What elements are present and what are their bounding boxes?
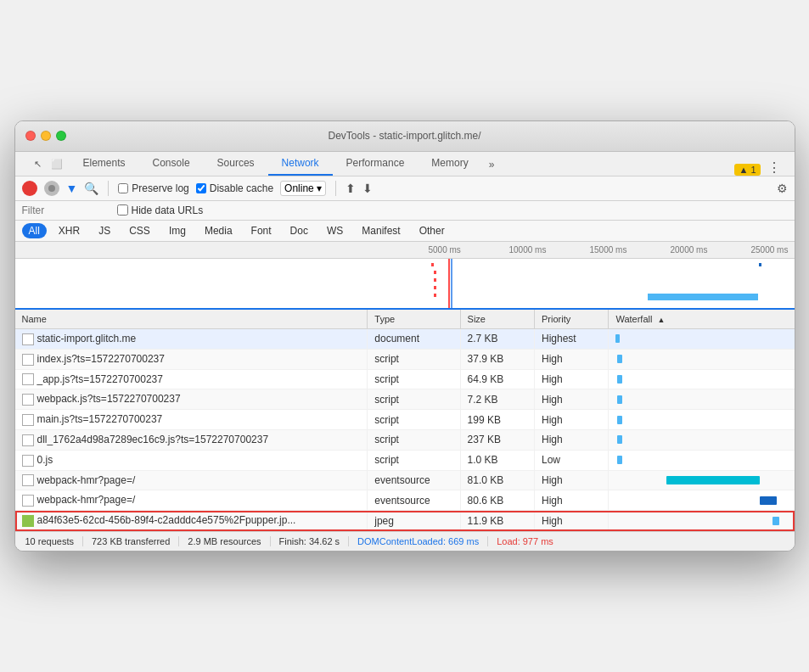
disable-cache-checkbox[interactable]: [196, 183, 206, 193]
table-row[interactable]: dll_1762a4d98a7289ec16c9.js?ts=157227070…: [15, 430, 795, 451]
table-row[interactable]: webpack-hmr?page=/eventsource80.6 KBHigh: [15, 490, 795, 511]
hide-data-urls-label[interactable]: Hide data URLs: [117, 204, 204, 216]
ruler-labels: 5000 ms 10000 ms 15000 ms 20000 ms 25000…: [429, 245, 795, 255]
table-row[interactable]: index.js?ts=1572270700237script37.9 KBHi…: [15, 349, 795, 369]
col-header-size[interactable]: Size: [460, 310, 534, 329]
file-icon: [22, 495, 34, 507]
tab-sources[interactable]: Sources: [204, 152, 268, 176]
chart-bar-5: [434, 294, 436, 297]
preserve-log-checkbox[interactable]: [118, 183, 128, 193]
cell-priority: High: [534, 511, 608, 531]
cell-name: webpack-hmr?page=/: [15, 490, 368, 511]
close-button[interactable]: [25, 131, 36, 141]
cell-priority: Highest: [534, 328, 608, 349]
file-icon: [22, 354, 34, 366]
file-icon: [22, 455, 34, 467]
file-icon: [22, 414, 34, 426]
cell-name: _app.js?ts=1572270700237: [15, 369, 368, 389]
type-btn-ws[interactable]: WS: [320, 223, 350, 238]
row-name-text: webpack.js?ts=1572270700237: [37, 393, 181, 405]
ruler-5000: 5000 ms: [429, 245, 509, 255]
table-row[interactable]: webpack.js?ts=1572270700237script7.2 KBH…: [15, 389, 795, 410]
throttle-select[interactable]: Online ▾: [280, 181, 326, 196]
row-name-text: 0.js: [37, 454, 53, 466]
cell-type: eventsource: [368, 470, 460, 490]
tab-console[interactable]: Console: [139, 152, 204, 176]
window-title: DevTools - static-import.glitch.me/: [328, 130, 480, 142]
transferred-size: 723 KB transferred: [83, 536, 179, 546]
more-tabs-button[interactable]: »: [482, 154, 502, 176]
chart-bar-eventsource: [648, 294, 758, 300]
tab-network[interactable]: Network: [268, 152, 333, 176]
device-icon[interactable]: ⬜: [49, 157, 65, 172]
col-header-name[interactable]: Name: [15, 310, 368, 329]
type-btn-xhr[interactable]: XHR: [52, 223, 87, 238]
type-btn-js[interactable]: JS: [92, 223, 117, 238]
import-icon[interactable]: ⬆: [346, 182, 356, 195]
tab-memory[interactable]: Memory: [418, 152, 481, 176]
export-icon[interactable]: ⬇: [362, 182, 373, 195]
chart-bar-4: [434, 286, 436, 289]
cell-waterfall: [609, 389, 795, 410]
cell-name: a84f63e5-62cd-456b-89f4-c2adddc4e575%2Fp…: [15, 511, 368, 531]
cell-type: eventsource: [368, 490, 460, 511]
tab-performance[interactable]: Performance: [333, 152, 419, 176]
devtools-window: DevTools - static-import.glitch.me/ ↖ ⬜ …: [14, 120, 795, 552]
network-toolbar: ▼ 🔍 Preserve log Disable cache Online ▾ …: [15, 176, 795, 201]
cell-priority: High: [534, 369, 608, 389]
cell-waterfall: [609, 450, 795, 470]
ruler-25000: 25000 ms: [751, 245, 795, 255]
hide-data-urls-checkbox[interactable]: [117, 204, 128, 216]
type-btn-img[interactable]: Img: [162, 223, 193, 238]
type-filter-bar: All XHR JS CSS Img Media Font Doc WS Man…: [15, 221, 795, 242]
load-time: Load: 977 ms: [488, 536, 562, 546]
cell-size: 199 KB: [460, 410, 534, 430]
col-header-waterfall[interactable]: Waterfall ▲: [609, 310, 795, 329]
type-btn-manifest[interactable]: Manifest: [355, 223, 407, 238]
row-name-text: webpack-hmr?page=/: [37, 494, 136, 506]
table-row[interactable]: _app.js?ts=1572270700237script64.9 KBHig…: [15, 369, 795, 389]
cursor-icon[interactable]: ↖: [31, 157, 46, 172]
timeline-ruler: 5000 ms 10000 ms 15000 ms 20000 ms 25000…: [15, 242, 795, 259]
stop-button[interactable]: [44, 181, 59, 196]
cell-type: script: [368, 349, 460, 369]
cell-waterfall: [609, 410, 795, 430]
cell-name: static-import.glitch.me: [15, 328, 368, 349]
cell-size: 81.0 KB: [460, 470, 534, 490]
dom-content-loaded-time: DOMContentLoaded: 669 ms: [349, 536, 488, 546]
devtools-menu-button[interactable]: ⋮: [761, 160, 788, 176]
cell-size: 80.6 KB: [460, 490, 534, 511]
type-btn-media[interactable]: Media: [198, 223, 239, 238]
chart-bar-3: [434, 278, 436, 282]
filter-input[interactable]: [22, 204, 107, 216]
type-btn-all[interactable]: All: [22, 223, 47, 238]
minimize-button[interactable]: [41, 131, 51, 141]
col-header-type[interactable]: Type: [368, 310, 460, 329]
record-button[interactable]: [22, 181, 37, 196]
col-header-priority[interactable]: Priority: [534, 310, 608, 329]
file-icon: [22, 474, 34, 486]
tab-elements[interactable]: Elements: [70, 152, 139, 176]
cell-size: 2.7 KB: [460, 328, 534, 349]
table-row[interactable]: 0.jsscript1.0 KBLow: [15, 450, 795, 470]
type-btn-font[interactable]: Font: [244, 223, 278, 238]
resources-size: 2.9 MB resources: [179, 536, 270, 546]
chevron-down-icon: ▾: [317, 182, 322, 194]
preserve-log-label[interactable]: Preserve log: [118, 182, 188, 194]
stop-icon: [48, 184, 56, 193]
table-row[interactable]: main.js?ts=1572270700237script199 KBHigh: [15, 410, 795, 430]
chart-bar-1: [431, 263, 434, 266]
table-row[interactable]: static-import.glitch.medocument2.7 KBHig…: [15, 328, 795, 349]
table-row[interactable]: webpack-hmr?page=/eventsource81.0 KBHigh: [15, 470, 795, 490]
type-btn-doc[interactable]: Doc: [284, 223, 315, 238]
type-btn-css[interactable]: CSS: [122, 223, 157, 238]
maximize-button[interactable]: [56, 131, 66, 141]
chart-bar-blue-end: [759, 263, 761, 266]
settings-icon[interactable]: ⚙: [777, 182, 788, 195]
filter-icon[interactable]: ▼: [66, 182, 78, 195]
search-icon[interactable]: 🔍: [84, 182, 98, 195]
type-btn-other[interactable]: Other: [413, 223, 452, 238]
table-row[interactable]: a84f63e5-62cd-456b-89f4-c2adddc4e575%2Fp…: [15, 511, 795, 531]
disable-cache-label[interactable]: Disable cache: [196, 182, 273, 194]
file-icon: [22, 434, 34, 446]
